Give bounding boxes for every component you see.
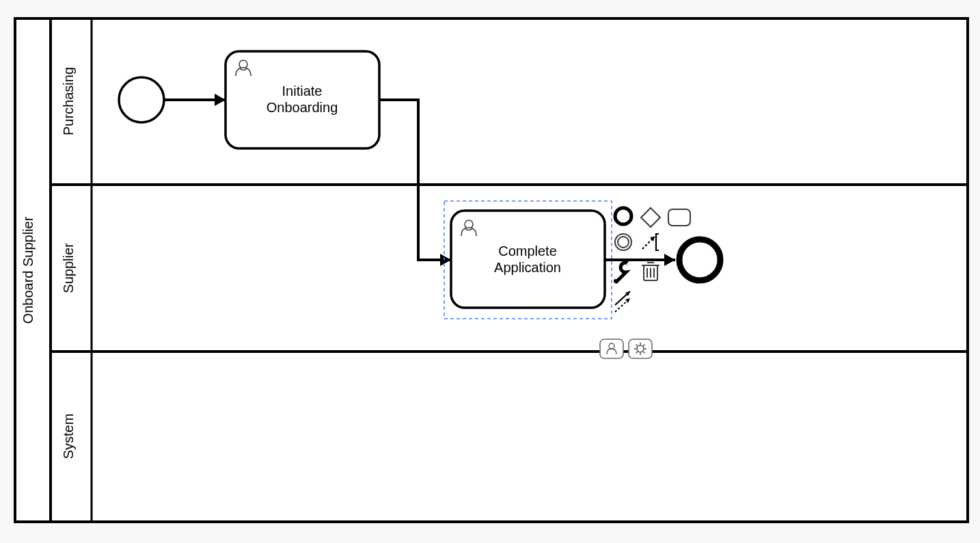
task-label: Complete bbox=[498, 243, 557, 259]
pool-title: Onboard Supplier bbox=[21, 216, 36, 323]
lane-label-system: System bbox=[61, 414, 76, 460]
task-label: Onboarding bbox=[267, 100, 338, 115]
lane-label-supplier: Supplier bbox=[61, 243, 76, 293]
svg-rect-37 bbox=[629, 339, 652, 358]
task-label: Initiate bbox=[282, 83, 323, 98]
start-event[interactable] bbox=[119, 77, 164, 122]
svg-point-34 bbox=[679, 239, 720, 280]
attach-user-task-button[interactable] bbox=[600, 339, 623, 358]
diagram-canvas[interactable]: Onboard Supplier Purchasing Supplier Sys… bbox=[0, 0, 980, 543]
lane-system[interactable]: System bbox=[61, 414, 76, 460]
svg-point-21 bbox=[614, 279, 618, 283]
task-initiate-onboarding[interactable]: Initiate Onboarding bbox=[226, 51, 379, 148]
lane-label-purchasing: Purchasing bbox=[61, 67, 76, 135]
svg-point-5 bbox=[119, 77, 164, 122]
task-complete-application[interactable]: Complete Application bbox=[451, 211, 605, 308]
attach-service-task-button[interactable] bbox=[629, 339, 652, 358]
svg-point-9 bbox=[239, 60, 247, 68]
task-label: Application bbox=[494, 260, 561, 275]
svg-rect-11 bbox=[451, 211, 605, 308]
end-event[interactable] bbox=[679, 239, 720, 280]
